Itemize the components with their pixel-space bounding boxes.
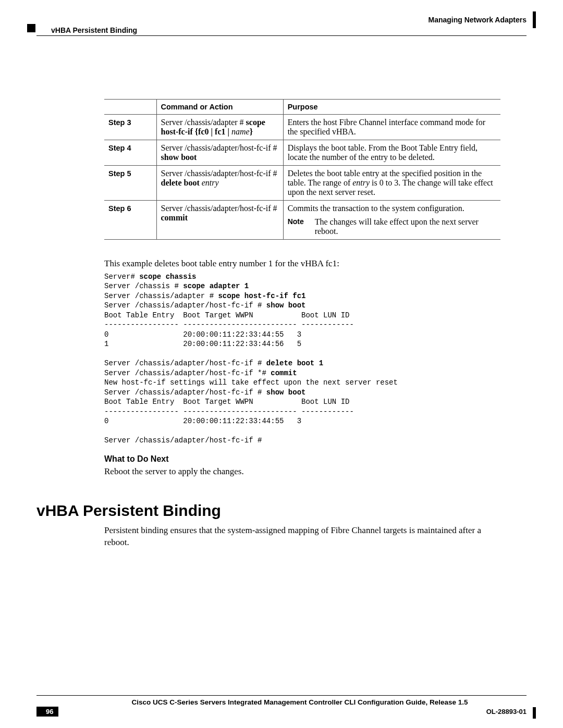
document-id: OL-28893-01	[486, 708, 527, 715]
page-number: 96	[36, 707, 58, 717]
footer-rule	[36, 695, 527, 696]
section-heading: vHBA Persistent Binding	[36, 502, 500, 520]
note-label: Note	[288, 217, 313, 226]
purpose-cell: Displays the boot table. From the Boot T…	[283, 140, 500, 166]
step-label: Step 6	[108, 204, 131, 213]
section-body: Persistent binding ensures that the syst…	[104, 525, 500, 549]
step-label: Step 3	[108, 118, 131, 127]
command-cell: Server /chassis/adapter/host-fc-if # sho…	[156, 140, 283, 166]
section-running-head: vHBA Persistent Binding	[51, 26, 137, 34]
example-intro: This example deletes boot table entry nu…	[104, 258, 500, 269]
command-cell: Server /chassis/adapter/host-fc-if # del…	[156, 166, 283, 201]
cli-example: Server# scope chassis Server /chassis # …	[104, 272, 500, 445]
command-cell: Server /chassis/adapter # scope host-fc-…	[156, 115, 283, 140]
chapter-title: Managing Network Adapters	[428, 16, 527, 24]
page-footer: Cisco UCS C-Series Servers Integrated Ma…	[36, 695, 527, 706]
header-ornament-square	[27, 24, 35, 32]
step-label: Step 5	[108, 169, 131, 178]
command-cell: Server /chassis/adapter/host-fc-if # com…	[156, 201, 283, 240]
purpose-cell: Deletes the boot table entry at the spec…	[283, 166, 500, 201]
footer-title: Cisco UCS C-Series Servers Integrated Ma…	[36, 698, 527, 706]
footer-ornament-right	[533, 707, 536, 719]
procedure-table: Command or Action Purpose Step 3 Server …	[104, 99, 500, 240]
purpose-cell: Enters the host Fibre Channel interface …	[283, 115, 500, 140]
step-label: Step 4	[108, 144, 131, 152]
col-command: Command or Action	[156, 100, 283, 115]
page-header: Managing Network Adapters vHBA Persisten…	[36, 16, 527, 36]
note-body: The changes will take effect upon the ne…	[315, 217, 494, 236]
header-ornament-right	[533, 11, 536, 28]
col-step	[104, 100, 156, 115]
what-to-do-next-heading: What to Do Next	[104, 454, 500, 464]
header-rule	[36, 35, 527, 36]
purpose-cell: Commits the transaction to the system co…	[283, 201, 500, 240]
col-purpose: Purpose	[283, 100, 500, 115]
what-to-do-next-body: Reboot the server to apply the changes.	[104, 466, 500, 478]
